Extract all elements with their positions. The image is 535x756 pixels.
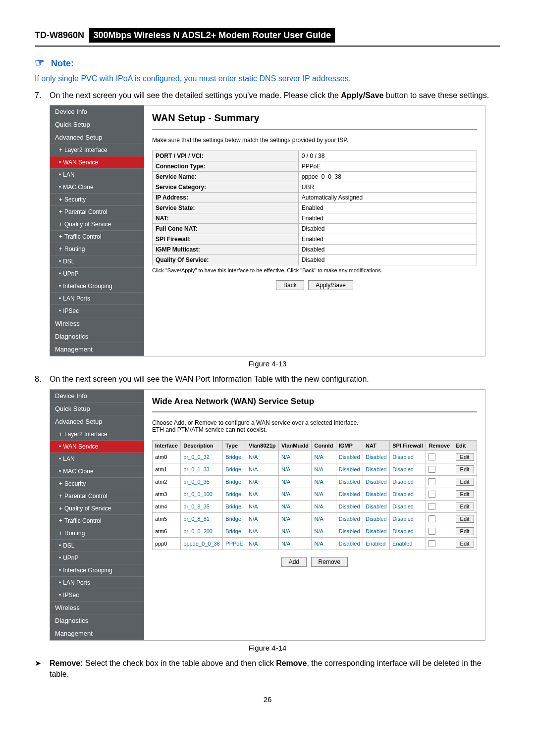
sidebar-item[interactable]: DSL <box>50 255 144 268</box>
sidebar-item[interactable]: Diagnostics <box>50 614 144 627</box>
sidebar-nav-2: Device InfoQuick SetupAdvanced SetupLaye… <box>50 390 144 640</box>
sidebar-item[interactable]: DSL <box>50 540 144 552</box>
edit-button[interactable]: Edit <box>456 515 474 523</box>
sidebar-item[interactable]: Quality of Service <box>50 218 144 231</box>
sidebar-item[interactable]: Traffic Control <box>50 231 144 243</box>
sidebar-item[interactable]: Interface Grouping <box>50 564 144 577</box>
apply-save-button[interactable]: Apply/Save <box>308 280 353 290</box>
sidebar-item[interactable]: Wireless <box>50 602 144 614</box>
sidebar-item[interactable]: Quality of Service <box>50 503 144 515</box>
sidebar-item[interactable]: Quick Setup <box>50 118 144 131</box>
sidebar-item[interactable]: Advanced Setup <box>50 415 144 428</box>
step-7: 7. On the next screen you will see the d… <box>35 90 500 101</box>
remove-checkbox[interactable] <box>428 540 435 547</box>
hand-icon: ☞ <box>35 56 45 69</box>
back-button[interactable]: Back <box>276 280 304 290</box>
sidebar-item[interactable]: Management <box>50 627 144 640</box>
edit-button[interactable]: Edit <box>456 478 474 486</box>
remove-checkbox[interactable] <box>428 515 435 522</box>
remove-checkbox[interactable] <box>428 503 435 510</box>
remove-checkbox[interactable] <box>428 491 435 498</box>
sidebar-item[interactable]: Device Info <box>50 390 144 403</box>
wan-help: Choose Add, or Remove to configure a WAN… <box>152 419 477 433</box>
sidebar-item[interactable]: LAN Ports <box>50 293 144 305</box>
sidebar-item[interactable]: Routing <box>50 527 144 540</box>
remove-button[interactable]: Remove <box>311 557 348 567</box>
summary-table: PORT / VPI / VCI:0 / 0 / 38Connection Ty… <box>152 151 477 265</box>
sidebar-item[interactable]: Wireless <box>50 317 144 330</box>
sidebar-item[interactable]: Layer2 Interface <box>50 144 144 156</box>
edit-button[interactable]: Edit <box>456 465 474 473</box>
edit-button[interactable]: Edit <box>456 540 474 548</box>
sidebar-item[interactable]: LAN <box>50 169 144 181</box>
sidebar-nav: Device InfoQuick SetupAdvanced SetupLaye… <box>50 105 144 356</box>
note-text: If only single PVC with IPoA is configur… <box>35 74 500 83</box>
edit-button[interactable]: Edit <box>456 527 474 535</box>
summary-footnote: Click "Save/Apply" to have this interfac… <box>152 267 477 273</box>
sidebar-item[interactable]: Parental Control <box>50 206 144 218</box>
sidebar-item[interactable]: MAC Clone <box>50 465 144 478</box>
add-button[interactable]: Add <box>281 557 307 567</box>
figure-caption-414: Figure 4-14 <box>35 644 500 652</box>
page-number: 26 <box>35 695 500 704</box>
edit-button[interactable]: Edit <box>456 503 474 510</box>
sidebar-item[interactable]: Management <box>50 343 144 356</box>
note-heading: ☞ Note: <box>35 56 500 69</box>
screenshot-wan-summary: Device InfoQuick SetupAdvanced SetupLaye… <box>50 105 485 356</box>
wan-title: Wide Area Network (WAN) Service Setup <box>152 397 477 406</box>
sidebar-item[interactable]: LAN Ports <box>50 577 144 589</box>
model-label: TD-W8960N <box>35 30 84 41</box>
sidebar-item[interactable]: Security <box>50 478 144 490</box>
document-header: TD-W8960N 300Mbps Wireless N ADSL2+ Mode… <box>35 25 500 47</box>
sidebar-item[interactable]: Device Info <box>50 105 144 118</box>
sidebar-item[interactable]: UPnP <box>50 268 144 280</box>
sidebar-item[interactable]: WAN Service <box>50 156 144 169</box>
step-8: 8. On the next screen you will see the W… <box>35 374 500 385</box>
sidebar-item[interactable]: IPSec <box>50 589 144 602</box>
sidebar-item[interactable]: LAN <box>50 453 144 465</box>
sidebar-item[interactable]: Diagnostics <box>50 330 144 343</box>
edit-button[interactable]: Edit <box>456 453 474 461</box>
sidebar-item[interactable]: Quick Setup <box>50 403 144 415</box>
sidebar-item[interactable]: MAC Clone <box>50 181 144 194</box>
remove-checkbox[interactable] <box>428 528 435 535</box>
sidebar-item[interactable]: Layer2 Interface <box>50 428 144 441</box>
sidebar-item[interactable]: Interface Grouping <box>50 280 144 293</box>
sidebar-item[interactable]: WAN Service <box>50 441 144 453</box>
edit-button[interactable]: Edit <box>456 490 474 498</box>
screenshot-wan-service: Device InfoQuick SetupAdvanced SetupLaye… <box>50 389 485 641</box>
wan-table: InterfaceDescriptionTypeVlan8021pVlanMux… <box>152 440 477 550</box>
remove-checkbox[interactable] <box>428 478 435 485</box>
remove-note: ➤ Remove: Select the check box in the ta… <box>35 658 500 680</box>
sidebar-item[interactable]: IPSec <box>50 305 144 317</box>
summary-help: Make sure that the settings below match … <box>152 137 477 144</box>
sidebar-item[interactable]: Advanced Setup <box>50 131 144 144</box>
remove-checkbox[interactable] <box>428 454 435 460</box>
sidebar-item[interactable]: Security <box>50 194 144 206</box>
title-box: 300Mbps Wireless N ADSL2+ Modem Router U… <box>89 28 335 43</box>
sidebar-item[interactable]: Traffic Control <box>50 515 144 527</box>
sidebar-item[interactable]: UPnP <box>50 552 144 564</box>
sidebar-item[interactable]: Parental Control <box>50 490 144 503</box>
sidebar-item[interactable]: Routing <box>50 243 144 255</box>
summary-title: WAN Setup - Summary <box>152 112 477 124</box>
figure-caption-413: Figure 4-13 <box>35 359 500 368</box>
remove-checkbox[interactable] <box>428 466 435 473</box>
